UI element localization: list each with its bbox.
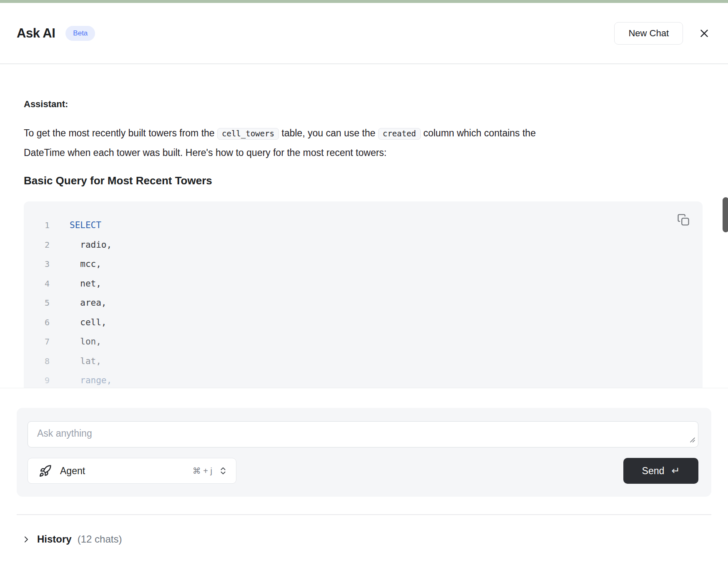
composer-panel: Agent ⌘ + j Send ↵ bbox=[17, 408, 711, 497]
sql-code-block: 1SELECT2 radio,3 mcc,4 net,5 area,6 cell… bbox=[24, 201, 703, 388]
inline-code: created bbox=[378, 128, 421, 140]
code-text: cell, bbox=[70, 317, 107, 327]
code-line: 2 radio, bbox=[24, 235, 703, 255]
new-chat-button[interactable]: New Chat bbox=[614, 22, 683, 45]
code-text: lat, bbox=[70, 356, 101, 366]
send-button[interactable]: Send ↵ bbox=[623, 458, 698, 484]
history-divider bbox=[17, 514, 711, 515]
line-number: 6 bbox=[24, 317, 50, 327]
code-line: 6 cell, bbox=[24, 313, 703, 332]
code-text: area, bbox=[70, 298, 107, 308]
panel-title: Ask AI bbox=[17, 26, 55, 41]
section-heading: Basic Query for Most Recent Towers bbox=[24, 173, 704, 188]
composer-controls-row: Agent ⌘ + j Send ↵ bbox=[28, 458, 698, 484]
inline-code: cell_towers bbox=[217, 128, 279, 140]
line-number: 3 bbox=[24, 259, 50, 269]
history-label: History bbox=[37, 533, 72, 545]
code-line: 5 area, bbox=[24, 293, 703, 313]
code-line: 1SELECT bbox=[24, 216, 703, 235]
assistant-role-label: Assistant: bbox=[24, 98, 704, 111]
code-line: 4 net, bbox=[24, 274, 703, 294]
code-text: net, bbox=[70, 279, 101, 289]
scrollbar-thumb[interactable] bbox=[723, 197, 728, 232]
code-lines: 1SELECT2 radio,3 mcc,4 net,5 area,6 cell… bbox=[24, 216, 703, 388]
ask-input[interactable] bbox=[28, 421, 698, 447]
code-text: radio, bbox=[70, 240, 112, 250]
panel-header: Ask AI Beta New Chat bbox=[0, 3, 728, 64]
code-text: mcc, bbox=[70, 259, 101, 269]
code-line: 9 range, bbox=[24, 371, 703, 388]
send-label: Send bbox=[642, 465, 665, 477]
header-actions: New Chat bbox=[614, 22, 711, 45]
close-icon bbox=[699, 28, 710, 39]
copy-code-button[interactable] bbox=[676, 213, 690, 227]
line-number: 2 bbox=[24, 240, 50, 250]
mode-label: Agent bbox=[60, 465, 85, 477]
composer-section: Agent ⌘ + j Send ↵ bbox=[0, 408, 728, 497]
code-text: range, bbox=[70, 375, 112, 385]
chevron-up-down-icon bbox=[218, 466, 228, 475]
code-text: lon, bbox=[70, 337, 101, 347]
assistant-paragraph: To get the most recently built towers fr… bbox=[24, 123, 691, 162]
mode-shortcut: ⌘ + j bbox=[193, 466, 212, 476]
chat-message-area: Assistant: To get the most recently buil… bbox=[0, 64, 728, 388]
history-count: (12 chats) bbox=[78, 533, 122, 545]
beta-badge: Beta bbox=[65, 26, 95, 41]
input-holder bbox=[28, 421, 698, 447]
line-number: 5 bbox=[24, 298, 50, 308]
paragraph-text: column which contains the bbox=[421, 128, 536, 138]
line-number: 4 bbox=[24, 279, 50, 289]
history-toggle[interactable]: History (12 chats) bbox=[17, 533, 711, 545]
line-number: 8 bbox=[24, 356, 50, 366]
paragraph-text: table, you can use the bbox=[279, 128, 378, 138]
line-number: 1 bbox=[24, 220, 50, 230]
rocket-icon bbox=[39, 465, 52, 478]
return-key-icon: ↵ bbox=[671, 466, 680, 476]
chevron-right-icon bbox=[22, 535, 30, 544]
code-text: SELECT bbox=[70, 220, 101, 230]
mode-right: ⌘ + j bbox=[193, 466, 228, 476]
paragraph-text: DateTime when each tower was built. Here… bbox=[24, 147, 387, 158]
code-line: 8 lat, bbox=[24, 352, 703, 371]
code-line: 7 lon, bbox=[24, 332, 703, 352]
close-button[interactable] bbox=[697, 26, 711, 40]
line-number: 9 bbox=[24, 375, 50, 385]
paragraph-text: To get the most recently built towers fr… bbox=[24, 128, 217, 138]
code-line: 3 mcc, bbox=[24, 254, 703, 274]
history-section: History (12 chats) bbox=[0, 514, 728, 545]
line-number: 7 bbox=[24, 337, 50, 347]
mode-selector[interactable]: Agent ⌘ + j bbox=[28, 458, 236, 484]
copy-icon bbox=[677, 214, 690, 226]
window-top-strip bbox=[0, 0, 728, 3]
